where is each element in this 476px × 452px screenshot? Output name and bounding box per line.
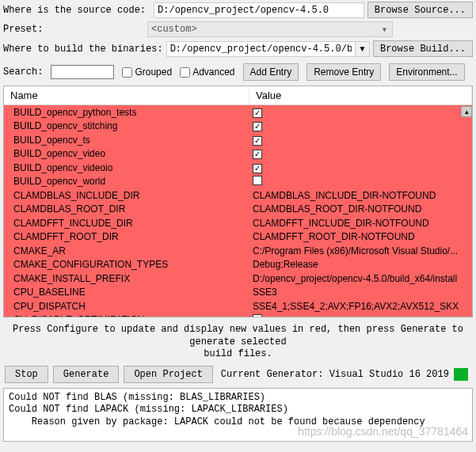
cell-name: CLAMDBLAS_INCLUDE_DIR (4, 190, 249, 201)
column-header-value[interactable]: Value (249, 86, 472, 104)
scroll-up-icon[interactable]: ▴ (461, 106, 472, 117)
cell-name: CPU_BASELINE (4, 287, 249, 298)
open-project-button[interactable]: Open Project (124, 366, 212, 383)
advanced-checkbox-box[interactable] (180, 67, 190, 78)
cell-name: CPU_DISPATCH (4, 301, 249, 312)
source-path-input[interactable] (154, 2, 364, 18)
table-row[interactable]: BUILD_opencv_stitching✓ (4, 120, 472, 134)
cell-name: CLAMDFFT_ROOT_DIR (4, 231, 249, 242)
cell-value[interactable] (249, 314, 472, 317)
grouped-checkbox-box[interactable] (122, 67, 132, 78)
preset-label: Preset: (3, 24, 144, 35)
cell-value[interactable]: D:/opencv_project/opencv-4.5.0/build_x64… (249, 273, 472, 284)
checkbox-icon[interactable]: ✓ (253, 122, 262, 131)
table-row[interactable]: BUILD_opencv_videoio✓ (4, 161, 472, 175)
cell-value[interactable] (249, 176, 472, 188)
cell-value[interactable]: SSE4_1;SSE4_2;AVX;FP16;AVX2;AVX512_SKX (249, 301, 472, 312)
table-row[interactable]: CMAKE_ARC:/Program Files (x86)/Microsoft… (4, 244, 472, 258)
cell-name: BUILD_opencv_video (4, 148, 249, 159)
table-row[interactable]: BUILD_opencv_video✓ (4, 147, 472, 161)
cell-name: CLAMDBLAS_ROOT_DIR (4, 203, 249, 215)
checkbox-icon[interactable]: ✓ (253, 136, 262, 146)
table-row[interactable]: CMAKE_INSTALL_PREFIXD:/opencv_project/op… (4, 272, 472, 286)
checkbox-icon[interactable]: ✓ (253, 150, 262, 159)
table-row[interactable]: BUILD_opencv_world (4, 175, 472, 189)
source-label: Where is the source code: (3, 5, 146, 16)
checkbox-icon[interactable]: ✓ (253, 108, 262, 118)
browse-source-button[interactable]: Browse Source... (367, 2, 473, 18)
checkbox-icon[interactable]: ✓ (253, 164, 262, 173)
table-row[interactable]: CLAMDFFT_ROOT_DIRCLAMDFFT_ROOT_DIR-NOTFO… (4, 230, 472, 245)
table-row[interactable]: CMAKE_CONFIGURATION_TYPESDebug;Release (4, 258, 472, 272)
remove-entry-button[interactable]: Remove Entry (307, 63, 381, 81)
environment-button[interactable]: Environment... (389, 63, 464, 81)
build-path-combo[interactable]: ▼ (166, 41, 370, 57)
cell-name: BUILD_opencv_stitching (4, 120, 249, 131)
table-row[interactable]: CLAMDBLAS_INCLUDE_DIRCLAMDBLAS_INCLUDE_D… (4, 188, 472, 203)
cell-value[interactable]: CLAMDFFT_INCLUDE_DIR-NOTFOUND (249, 218, 472, 229)
search-label: Search: (3, 66, 43, 78)
preset-select[interactable]: <custom> (147, 21, 393, 37)
cell-name: BUILD_opencv_videoio (4, 162, 249, 173)
cell-value[interactable]: CLAMDBLAS_ROOT_DIR-NOTFOUND (249, 203, 472, 215)
add-entry-button[interactable]: Add Entry (243, 63, 299, 81)
checkbox-icon[interactable] (253, 176, 262, 185)
cell-name: CMAKE_AR (4, 245, 249, 256)
cell-value[interactable]: ✓ (249, 162, 472, 173)
cell-value[interactable]: ✓ (249, 135, 472, 146)
table-body[interactable]: BUILD_opencv_python_tests✓BUILD_opencv_s… (4, 105, 472, 317)
cell-name: BUILD_opencv_ts (4, 135, 249, 146)
cell-value[interactable]: CLAMDFFT_ROOT_DIR-NOTFOUND (249, 231, 472, 242)
cell-value[interactable]: ✓ (249, 120, 472, 131)
preset-value: <custom> (151, 24, 197, 35)
grouped-checkbox[interactable]: Grouped (122, 66, 172, 78)
browse-build-button[interactable]: Browse Build... (373, 40, 473, 57)
search-input[interactable] (51, 65, 114, 79)
cell-name: CMAKE_CONFIGURATION_TYPES (4, 259, 249, 270)
cell-value[interactable]: SSE3 (249, 287, 472, 298)
current-generator-label: Current Generator: Visual Studio 16 2019 (221, 369, 449, 380)
cell-value[interactable]: CLAMDBLAS_INCLUDE_DIR-NOTFOUND (249, 190, 472, 201)
checkbox-icon[interactable] (253, 314, 262, 317)
output-log[interactable]: Could NOT find BLAS (missing: BLAS_LIBRA… (3, 388, 473, 442)
cell-value[interactable]: ✓ (249, 148, 472, 159)
table-row[interactable]: CPU_DISPATCHSSE4_1;SSE4_2;AVX;FP16;AVX2;… (4, 299, 472, 313)
stop-button[interactable]: Stop (5, 366, 48, 383)
cache-table: Name Value BUILD_opencv_python_tests✓BUI… (3, 85, 473, 317)
grouped-checkbox-label: Grouped (135, 66, 172, 78)
advanced-checkbox[interactable]: Advanced (180, 66, 234, 78)
progress-indicator (454, 368, 468, 381)
configure-hint: Press Configure to update and display ne… (0, 321, 476, 364)
table-row[interactable]: CPU_BASELINESSE3 (4, 286, 472, 300)
chevron-down-icon[interactable]: ▼ (355, 42, 369, 56)
advanced-checkbox-label: Advanced (192, 66, 234, 78)
cell-value[interactable]: C:/Program Files (x86)/Microsoft Visual … (249, 245, 472, 256)
table-row[interactable]: BUILD_opencv_ts✓ (4, 133, 472, 147)
table-row[interactable]: CLAMDBLAS_ROOT_DIRCLAMDBLAS_ROOT_DIR-NOT… (4, 203, 472, 217)
build-path-input[interactable] (167, 42, 355, 56)
table-row[interactable]: CLAMDFFT_INCLUDE_DIRCLAMDFFT_INCLUDE_DIR… (4, 216, 472, 230)
cell-name: CMAKE_INSTALL_PREFIX (4, 273, 249, 284)
generate-button[interactable]: Generate (53, 366, 120, 383)
cell-value[interactable]: Debug;Release (249, 259, 472, 270)
column-header-name[interactable]: Name (4, 86, 249, 104)
table-row[interactable]: BUILD_opencv_python_tests✓ (4, 105, 472, 120)
cell-name: BUILD_opencv_python_tests (4, 107, 249, 118)
table-header: Name Value (4, 86, 472, 105)
table-row[interactable]: CV_DISABLE_OPTIMIZATION (4, 313, 472, 317)
build-label: Where to build the binaries: (3, 44, 163, 55)
cell-name: CV_DISABLE_OPTIMIZATION (4, 314, 249, 317)
cell-name: CLAMDFFT_INCLUDE_DIR (4, 218, 249, 229)
cell-name: BUILD_opencv_world (4, 176, 249, 187)
cell-value[interactable]: ✓ (249, 107, 472, 118)
